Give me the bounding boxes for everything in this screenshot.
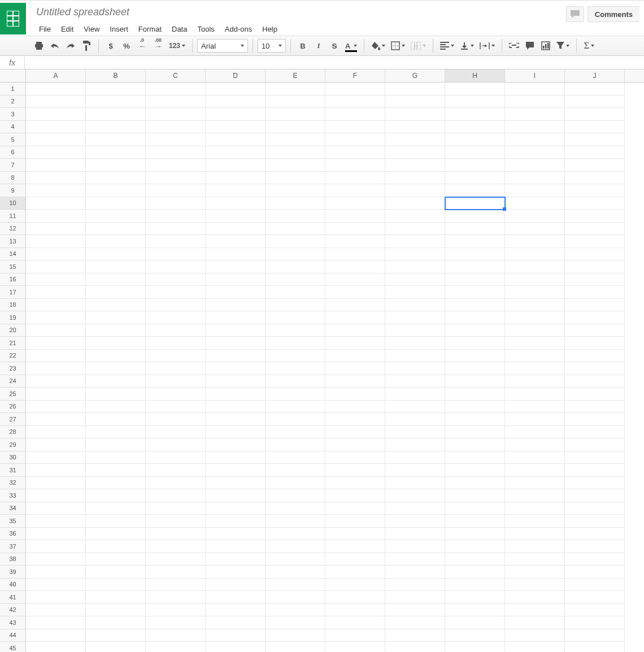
row-header-13[interactable]: 13: [0, 235, 26, 248]
cell-I37[interactable]: [505, 540, 565, 553]
cell-D35[interactable]: [206, 515, 266, 528]
cell-B27[interactable]: [86, 413, 146, 426]
cell-E11[interactable]: [266, 210, 325, 223]
row-header-33[interactable]: 33: [0, 489, 26, 502]
row-header-44[interactable]: 44: [0, 629, 26, 642]
cell-H10[interactable]: [445, 197, 505, 210]
cell-A36[interactable]: [26, 528, 86, 541]
cell-J23[interactable]: [565, 362, 625, 375]
cell-H43[interactable]: [445, 616, 505, 629]
cell-G2[interactable]: [385, 95, 445, 108]
document-title[interactable]: Untitled spreadsheet: [34, 5, 132, 19]
cell-J14[interactable]: [565, 248, 625, 261]
cell-H12[interactable]: [445, 223, 505, 236]
row-header-39[interactable]: 39: [0, 566, 26, 579]
cell-G44[interactable]: [385, 629, 445, 642]
cell-I4[interactable]: [505, 121, 565, 134]
cell-D3[interactable]: [206, 108, 266, 121]
cell-A10[interactable]: [26, 197, 86, 210]
italic-button[interactable]: I: [311, 38, 326, 53]
cell-E29[interactable]: [266, 438, 325, 451]
cell-I26[interactable]: [505, 401, 565, 414]
chat-button[interactable]: [566, 6, 584, 22]
undo-button[interactable]: [47, 38, 62, 53]
cell-F7[interactable]: [325, 159, 385, 172]
cell-J44[interactable]: [565, 629, 625, 642]
cell-A38[interactable]: [26, 553, 86, 566]
cell-C2[interactable]: [146, 95, 206, 108]
format-currency-button[interactable]: $: [103, 38, 118, 53]
cell-I41[interactable]: [505, 591, 565, 604]
cell-H18[interactable]: [445, 299, 505, 312]
cell-B1[interactable]: [86, 82, 146, 95]
cell-C45[interactable]: [146, 642, 206, 652]
formula-input[interactable]: [25, 58, 644, 67]
cell-C17[interactable]: [146, 286, 206, 299]
cell-I45[interactable]: [505, 642, 565, 652]
cell-D5[interactable]: [206, 133, 266, 146]
cell-G5[interactable]: [385, 133, 445, 146]
cell-F36[interactable]: [325, 528, 385, 541]
cell-H7[interactable]: [445, 159, 505, 172]
cell-I33[interactable]: [505, 489, 565, 502]
cell-C7[interactable]: [146, 159, 206, 172]
cell-C21[interactable]: [146, 337, 206, 350]
cell-G34[interactable]: [385, 502, 445, 515]
cell-D25[interactable]: [206, 388, 266, 401]
cell-B9[interactable]: [86, 184, 146, 197]
cell-E13[interactable]: [266, 235, 325, 248]
cell-I15[interactable]: [505, 260, 565, 273]
cell-E6[interactable]: [266, 146, 325, 159]
cell-E40[interactable]: [266, 579, 325, 592]
cell-E32[interactable]: [266, 477, 325, 490]
cell-D16[interactable]: [206, 273, 266, 286]
cell-E33[interactable]: [266, 489, 325, 502]
cell-E9[interactable]: [266, 184, 325, 197]
cell-B37[interactable]: [86, 540, 146, 553]
row-header-21[interactable]: 21: [0, 337, 26, 350]
decrease-decimal-button[interactable]: .0←: [135, 38, 150, 53]
menu-format[interactable]: Format: [133, 23, 167, 36]
cell-B21[interactable]: [86, 337, 146, 350]
insert-comment-button[interactable]: [523, 38, 537, 53]
cell-D41[interactable]: [206, 591, 266, 604]
cell-B43[interactable]: [86, 616, 146, 629]
row-header-28[interactable]: 28: [0, 426, 26, 439]
column-header-A[interactable]: A: [26, 69, 86, 82]
cell-G35[interactable]: [385, 515, 445, 528]
menu-help[interactable]: Help: [257, 23, 282, 36]
cell-H30[interactable]: [445, 451, 505, 464]
cell-F31[interactable]: [325, 464, 385, 477]
cell-B5[interactable]: [86, 133, 146, 146]
cell-E7[interactable]: [266, 159, 325, 172]
cell-A18[interactable]: [26, 299, 86, 312]
cell-B44[interactable]: [86, 629, 146, 642]
cell-G14[interactable]: [385, 248, 445, 261]
cell-E16[interactable]: [266, 273, 325, 286]
cell-I11[interactable]: [505, 210, 565, 223]
cell-F18[interactable]: [325, 299, 385, 312]
cell-J10[interactable]: [565, 197, 625, 210]
cell-C34[interactable]: [146, 502, 206, 515]
cell-A41[interactable]: [26, 591, 86, 604]
column-header-C[interactable]: C: [146, 69, 206, 82]
cell-I10[interactable]: [505, 197, 565, 210]
cell-D28[interactable]: [206, 426, 266, 439]
cell-H17[interactable]: [445, 286, 505, 299]
cell-A20[interactable]: [26, 324, 86, 337]
row-header-10[interactable]: 10: [0, 197, 26, 210]
cell-C3[interactable]: [146, 108, 206, 121]
row-header-42[interactable]: 42: [0, 604, 26, 617]
cell-C38[interactable]: [146, 553, 206, 566]
cell-J12[interactable]: [565, 223, 625, 236]
cell-A8[interactable]: [26, 172, 86, 185]
cell-C37[interactable]: [146, 540, 206, 553]
cell-F16[interactable]: [325, 273, 385, 286]
cell-B30[interactable]: [86, 451, 146, 464]
row-header-5[interactable]: 5: [0, 133, 26, 146]
cell-I40[interactable]: [505, 579, 565, 592]
column-header-F[interactable]: F: [325, 69, 385, 82]
cell-E35[interactable]: [266, 515, 325, 528]
cell-H32[interactable]: [445, 477, 505, 490]
cell-C16[interactable]: [146, 273, 206, 286]
